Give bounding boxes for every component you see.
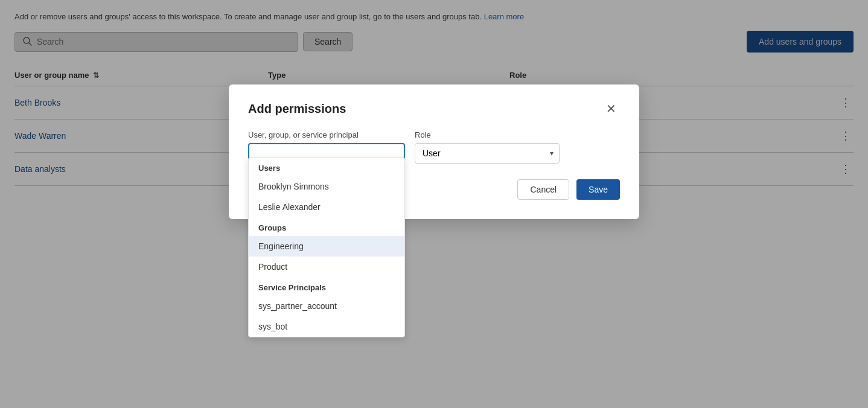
dropdown-item-sys-bot[interactable]: sys_bot [249,316,404,337]
dropdown-item-brooklyn-simmons[interactable]: Brooklyn Simmons [249,176,404,197]
modal-fields: User, group, or service principal Users … [248,130,620,165]
dropdown-item-engineering[interactable]: Engineering [249,236,404,257]
dropdown-section-service-principals: Service Principals [249,277,404,296]
modal-title: Add permissions [248,102,346,116]
principal-field-group: User, group, or service principal Users … [248,130,405,165]
close-button[interactable]: ✕ [602,101,620,116]
save-button[interactable]: Save [576,179,620,200]
principal-label: User, group, or service principal [248,130,405,139]
page-container: Add or remove users and groups' access t… [0,0,868,408]
modal-overlay: Add permissions ✕ User, group, or servic… [0,0,868,408]
role-select-wrapper: Admin User Viewer ▾ [415,143,560,164]
role-field-group: Role Admin User Viewer ▾ [415,130,560,164]
dropdown-section-groups: Groups [249,217,404,236]
dropdown-item-sys-partner-account[interactable]: sys_partner_account [249,296,404,316]
role-label: Role [415,130,560,139]
dropdown-section-users: Users [249,158,404,176]
dropdown-item-leslie-alexander[interactable]: Leslie Alexander [249,197,404,217]
role-select[interactable]: Admin User Viewer [415,143,560,164]
modal: Add permissions ✕ User, group, or servic… [229,84,639,219]
modal-header: Add permissions ✕ [248,101,620,116]
dropdown-item-product[interactable]: Product [249,257,404,277]
cancel-button[interactable]: Cancel [517,179,569,200]
principal-dropdown: Users Brooklyn Simmons Leslie Alexander … [248,157,405,337]
